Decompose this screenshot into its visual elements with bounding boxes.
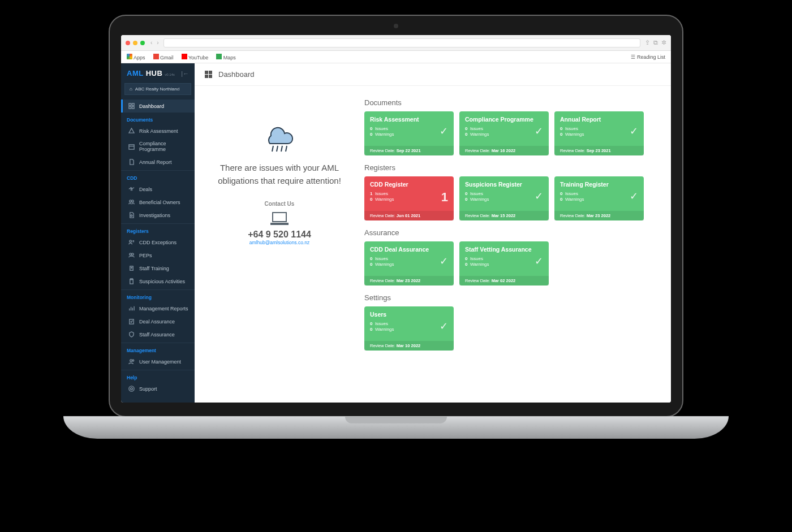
card-warnings: 0 Warnings bbox=[560, 132, 638, 137]
nav-management-reports[interactable]: Management Reports bbox=[121, 302, 195, 315]
screen: ‹ › ⇪ ⧉ ✲ Apps Gmail YouTube Maps ☰ Read… bbox=[121, 35, 671, 403]
nav-compliance-programme[interactable]: Compliance Programme bbox=[121, 137, 195, 155]
svg-point-6 bbox=[132, 200, 134, 202]
card-cdd-deal-assurance[interactable]: CDD Deal Assurance0 Issues0 Warnings✓Rev… bbox=[364, 241, 454, 286]
nav-support[interactable]: Support bbox=[121, 382, 195, 395]
collapse-sidebar-icon[interactable]: |← bbox=[181, 70, 189, 77]
nav-cdd-exceptions[interactable]: CDD Exceptions bbox=[121, 236, 195, 249]
svg-rect-4 bbox=[129, 144, 134, 149]
card-issues: 0 Issues bbox=[370, 256, 448, 262]
card-title: Compliance Programme bbox=[465, 116, 543, 123]
maximize-icon[interactable] bbox=[140, 41, 145, 45]
card-cdd-register[interactable]: CDD Register1 Issues0 Warnings1Review Da… bbox=[364, 176, 454, 220]
card-issues: 0 Issues bbox=[560, 191, 638, 197]
share-icon[interactable]: ⇪ bbox=[645, 39, 650, 46]
card-review-date: Review Date: Mar 23 2022 bbox=[364, 276, 454, 286]
laptop-shadow bbox=[79, 444, 713, 478]
nav-deals[interactable]: Deals bbox=[121, 183, 195, 196]
card-title: CDD Register bbox=[370, 181, 448, 188]
section-title-settings: Settings bbox=[364, 293, 654, 302]
card-warnings: 0 Warnings bbox=[465, 132, 543, 137]
section-title-documents: Documents bbox=[364, 98, 654, 107]
nav-investigations[interactable]: Investigations bbox=[121, 209, 195, 222]
laptop-notch bbox=[345, 417, 447, 423]
nav-head-registers: Registers bbox=[121, 223, 195, 236]
laptop-base bbox=[63, 416, 729, 439]
card-issues: 1 Issues bbox=[370, 191, 448, 197]
window-controls[interactable] bbox=[126, 41, 145, 45]
card-training-register[interactable]: Training Register0 Issues0 Warnings✓Revi… bbox=[554, 176, 644, 220]
nav-peps[interactable]: PEPs bbox=[121, 249, 195, 262]
nav-staff-assurance[interactable]: Staff Assurance bbox=[121, 328, 195, 341]
card-review-date: Review Date: Mar 15 2022 bbox=[459, 211, 549, 220]
nav-deal-assurance[interactable]: Deal Assurance bbox=[121, 315, 195, 328]
card-title: CDD Deal Assurance bbox=[370, 246, 448, 253]
nav-buttons[interactable]: ‹ › bbox=[150, 40, 159, 46]
user-gear-icon bbox=[128, 358, 135, 365]
file-search-icon bbox=[128, 212, 135, 218]
card-title: Users bbox=[370, 311, 448, 318]
nav-staff-training[interactable]: Staff Training bbox=[121, 262, 195, 275]
bookmark-gmail[interactable]: Gmail bbox=[153, 54, 174, 60]
svg-rect-0 bbox=[129, 103, 131, 106]
nav-label: CDD Exceptions bbox=[139, 240, 177, 245]
logo-part2: HUB bbox=[146, 69, 163, 77]
svg-rect-24 bbox=[273, 213, 286, 222]
card-review-date: Review Date: Mar 23 2022 bbox=[554, 211, 644, 220]
shield-icon bbox=[128, 331, 135, 338]
nav-dashboard[interactable]: Dashboard bbox=[121, 100, 195, 113]
back-icon[interactable]: ‹ bbox=[150, 40, 152, 46]
tenant-selector[interactable]: ⌂ ABC Realty Northland bbox=[124, 83, 191, 95]
page-title: Dashboard bbox=[218, 70, 255, 79]
card-warnings: 0 Warnings bbox=[560, 197, 638, 202]
card-suspicions-register[interactable]: Suspicions Register0 Issues0 Warnings✓Re… bbox=[459, 176, 549, 220]
bookmark-maps[interactable]: Maps bbox=[216, 54, 236, 60]
apps-button[interactable]: Apps bbox=[127, 54, 145, 60]
card-review-date: Review Date: Mar 02 2022 bbox=[459, 276, 549, 286]
nav-head-documents: Documents bbox=[121, 113, 195, 124]
svg-line-20 bbox=[272, 146, 273, 152]
nav-label: Management Reports bbox=[139, 306, 188, 312]
forward-icon[interactable]: › bbox=[157, 40, 158, 46]
card-risk-assessment[interactable]: Risk Assessment0 Issues0 Warnings✓Review… bbox=[364, 111, 454, 155]
handshake-icon bbox=[128, 186, 135, 192]
laptop-icon bbox=[269, 210, 290, 227]
dashboard-icon bbox=[128, 103, 135, 109]
logo-part1: AML bbox=[127, 69, 144, 77]
card-compliance-programme[interactable]: Compliance Programme0 Issues0 Warnings✓R… bbox=[459, 111, 549, 155]
card-annual-report[interactable]: Annual Report0 Issues0 Warnings✓Review D… bbox=[554, 111, 644, 155]
app-root: AMLHUB v0.14c |← ⌂ ABC Realty Northland … bbox=[121, 63, 671, 403]
minimize-icon[interactable] bbox=[133, 41, 137, 45]
card-users[interactable]: Users0 Issues0 Warnings✓Review Date: Mar… bbox=[364, 306, 454, 351]
nav-label: Staff Assurance bbox=[139, 332, 175, 338]
nav-head-monitoring: Monitoring bbox=[121, 289, 195, 302]
svg-line-22 bbox=[281, 146, 282, 152]
card-issues: 0 Issues bbox=[370, 126, 448, 132]
nav-beneficial-owners[interactable]: Beneficial Owners bbox=[121, 196, 195, 209]
bookmarks-bar: Apps Gmail YouTube Maps ☰ Reading List bbox=[121, 51, 671, 63]
calendar-icon bbox=[128, 144, 135, 150]
nav-user-management[interactable]: User Management bbox=[121, 355, 195, 368]
check-icon: ✓ bbox=[535, 125, 543, 137]
settings-icon[interactable]: ✲ bbox=[661, 39, 666, 46]
logo: AMLHUB v0.14c |← bbox=[121, 63, 195, 81]
nav-head-cdd: CDD bbox=[121, 170, 195, 183]
building-icon: ⌂ bbox=[130, 86, 132, 92]
nav-annual-report[interactable]: Annual Report bbox=[121, 155, 195, 168]
card-warnings: 0 Warnings bbox=[370, 197, 448, 202]
bookmark-youtube[interactable]: YouTube bbox=[182, 54, 209, 60]
tabs-icon[interactable]: ⧉ bbox=[653, 39, 658, 46]
card-review-date: Review Date: Sep 22 2021 bbox=[364, 146, 454, 155]
card-staff-vetting-assurance[interactable]: Staff Vetting Assurance0 Issues0 Warning… bbox=[459, 241, 549, 286]
contact-email[interactable]: amlhub@amlsolutions.co.nz bbox=[249, 240, 309, 245]
nav-label: Dashboard bbox=[139, 103, 164, 109]
reading-list-button[interactable]: ☰ Reading List bbox=[631, 54, 665, 60]
svg-point-10 bbox=[132, 253, 134, 256]
main-content: Dashboard There are issues with your AML… bbox=[195, 63, 671, 403]
address-bar[interactable] bbox=[163, 38, 640, 47]
svg-point-16 bbox=[130, 360, 132, 362]
logo-version: v0.14c bbox=[165, 73, 175, 76]
nav-risk-assessment[interactable]: Risk Assessment bbox=[121, 124, 195, 137]
close-icon[interactable] bbox=[126, 41, 130, 45]
nav-suspicious-activities[interactable]: Suspicious Activities bbox=[121, 275, 195, 288]
